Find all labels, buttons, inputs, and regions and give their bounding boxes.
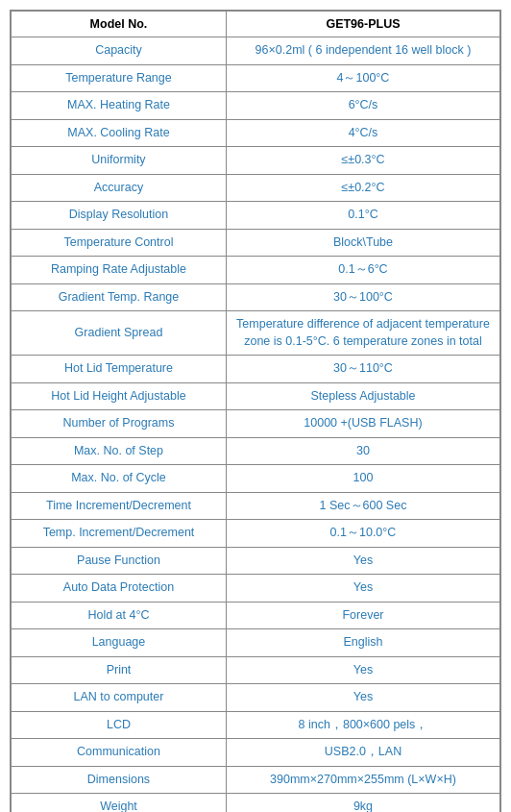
- table-row: Capacity96×0.2ml ( 6 independent 16 well…: [12, 37, 500, 65]
- spec-value: ≤±0.3°C: [226, 147, 499, 175]
- spec-value: 30: [226, 437, 499, 465]
- spec-label: Capacity: [12, 37, 227, 65]
- table-row: Hot Lid Temperature30～110°C: [12, 356, 500, 383]
- table-row: CommunicationUSB2.0，LAN: [12, 739, 500, 767]
- spec-value: 0.1～6°C: [226, 257, 499, 284]
- spec-label: Hot Lid Height Adjustable: [12, 382, 227, 410]
- table-row: Accuracy≤±0.2°C: [12, 174, 500, 202]
- spec-label: Time Increment/Decrement: [12, 492, 227, 520]
- spec-value: 9kg: [226, 794, 499, 813]
- table-row: MAX. Cooling Rate4°C/s: [12, 119, 500, 147]
- spec-table-container: Model No. GET96-PLUS Capacity96×0.2ml ( …: [10, 10, 501, 812]
- spec-table: Model No. GET96-PLUS Capacity96×0.2ml ( …: [11, 11, 500, 812]
- spec-label: Language: [12, 629, 227, 657]
- spec-label: LCD: [12, 711, 227, 739]
- spec-value: English: [226, 629, 499, 657]
- spec-label: Auto Data Protection: [12, 575, 227, 603]
- spec-label: Hot Lid Temperature: [12, 356, 227, 383]
- spec-label: Display Resolution: [12, 202, 227, 230]
- spec-value: 0.1～10.0°C: [226, 520, 499, 548]
- spec-label: Ramping Rate Adjustable: [12, 257, 227, 284]
- spec-label: MAX. Heating Rate: [12, 92, 227, 120]
- header-value: GET96-PLUS: [226, 12, 499, 37]
- table-row: Temperature Range4～100°C: [12, 64, 500, 92]
- spec-value: 10000 +(USB FLASH): [226, 410, 499, 438]
- table-row: Hold at 4°CForever: [12, 602, 500, 629]
- spec-value: Block\Tube: [226, 229, 499, 257]
- spec-label: LAN to computer: [12, 684, 227, 712]
- table-row: Display Resolution0.1°C: [12, 202, 500, 230]
- spec-value: 0.1°C: [226, 202, 499, 230]
- table-row: Gradient SpreadTemperature difference of…: [12, 311, 500, 356]
- spec-label: Communication: [12, 739, 227, 767]
- table-row: Dimensions390mm×270mm×255mm (L×W×H): [12, 766, 500, 794]
- table-row: Ramping Rate Adjustable0.1～6°C: [12, 257, 500, 284]
- table-row: Pause FunctionYes: [12, 547, 500, 575]
- table-row: Temperature ControlBlock\Tube: [12, 229, 500, 257]
- spec-value: ≤±0.2°C: [226, 174, 499, 202]
- spec-label: Accuracy: [12, 174, 227, 202]
- spec-value: Stepless Adjustable: [226, 382, 499, 410]
- spec-label: Max. No. of Cycle: [12, 465, 227, 493]
- spec-value: 4～100°C: [226, 64, 499, 92]
- table-row: Max. No. of Step30: [12, 437, 500, 465]
- table-row: Time Increment/Decrement1 Sec～600 Sec: [12, 492, 500, 520]
- table-row: MAX. Heating Rate6°C/s: [12, 92, 500, 120]
- spec-value: USB2.0，LAN: [226, 739, 499, 767]
- table-row: LanguageEnglish: [12, 629, 500, 657]
- spec-value: 30～110°C: [226, 356, 499, 383]
- spec-label: Temperature Control: [12, 229, 227, 257]
- spec-label: Uniformity: [12, 147, 227, 175]
- table-row: Uniformity≤±0.3°C: [12, 147, 500, 175]
- spec-value: Forever: [226, 602, 499, 629]
- spec-label: Dimensions: [12, 766, 227, 794]
- table-row: Number of Programs10000 +(USB FLASH): [12, 410, 500, 438]
- spec-label: Pause Function: [12, 547, 227, 575]
- spec-value: 1 Sec～600 Sec: [226, 492, 499, 520]
- spec-label: MAX. Cooling Rate: [12, 119, 227, 147]
- table-row: Weight9kg: [12, 794, 500, 813]
- table-row: LAN to computerYes: [12, 684, 500, 712]
- spec-value: Temperature difference of adjacent tempe…: [226, 311, 499, 356]
- spec-value: 8 inch，800×600 pels，: [226, 711, 499, 739]
- spec-label: Max. No. of Step: [12, 437, 227, 465]
- spec-value: 4°C/s: [226, 119, 499, 147]
- spec-value: Yes: [226, 684, 499, 712]
- spec-label: Gradient Temp. Range: [12, 283, 227, 311]
- spec-label: Weight: [12, 794, 227, 813]
- spec-value: 96×0.2ml ( 6 independent 16 well block ): [226, 37, 499, 65]
- spec-label: Temperature Range: [12, 64, 227, 92]
- table-row: Hot Lid Height AdjustableStepless Adjust…: [12, 382, 500, 410]
- table-row: LCD8 inch，800×600 pels，: [12, 711, 500, 739]
- spec-label: Temp. Increment/Decrement: [12, 520, 227, 548]
- spec-value: 6°C/s: [226, 92, 499, 120]
- table-row: PrintYes: [12, 656, 500, 684]
- spec-label: Gradient Spread: [12, 311, 227, 356]
- table-row: Auto Data ProtectionYes: [12, 575, 500, 603]
- table-row: Temp. Increment/Decrement0.1～10.0°C: [12, 520, 500, 548]
- spec-value: 30～100°C: [226, 283, 499, 311]
- spec-value: Yes: [226, 575, 499, 603]
- spec-label: Print: [12, 656, 227, 684]
- header-model: Model No.: [12, 12, 227, 37]
- spec-label: Hold at 4°C: [12, 602, 227, 629]
- spec-label: Number of Programs: [12, 410, 227, 438]
- spec-value: 100: [226, 465, 499, 493]
- table-row: Max. No. of Cycle100: [12, 465, 500, 493]
- spec-value: Yes: [226, 547, 499, 575]
- spec-value: Yes: [226, 656, 499, 684]
- spec-value: 390mm×270mm×255mm (L×W×H): [226, 766, 499, 794]
- table-row: Gradient Temp. Range30～100°C: [12, 283, 500, 311]
